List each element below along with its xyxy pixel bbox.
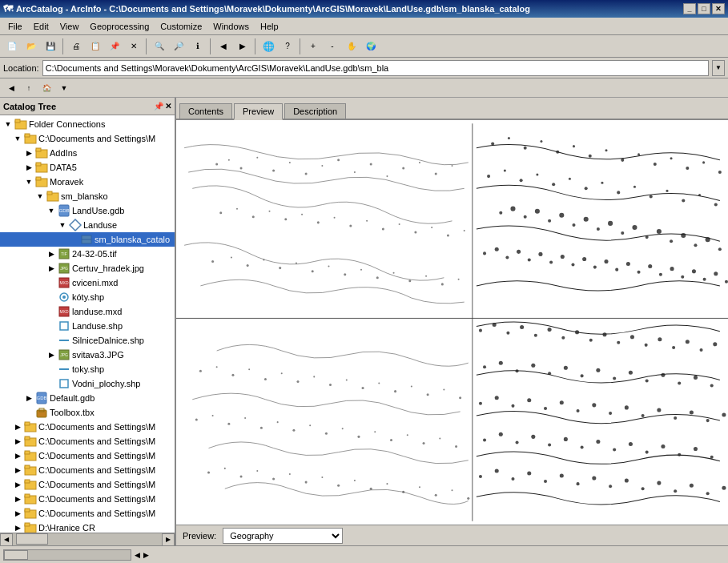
expander-docs2[interactable]: ▶ (13, 422, 22, 432)
expander-addins[interactable]: ▶ (24, 148, 34, 158)
expander-silnice[interactable] (46, 336, 56, 345)
nav-back-small[interactable]: ◀ (3, 81, 19, 95)
tree-item-docs8[interactable]: ▶ C:\Documents and Settings\M (0, 506, 175, 521)
minimize-button[interactable]: _ (683, 3, 696, 14)
tab-preview[interactable]: Preview (234, 103, 283, 120)
expander-toky[interactable] (46, 364, 56, 374)
maximize-button[interactable]: □ (698, 3, 710, 14)
menu-geoprocessing[interactable]: Geoprocessing (85, 20, 154, 33)
menu-file[interactable]: File (3, 20, 27, 33)
expander-cviceni[interactable] (46, 278, 56, 288)
toolbar-help[interactable]: ? (279, 38, 296, 55)
nav-dropdown-small[interactable]: ▼ (56, 81, 72, 95)
menu-help[interactable]: Help (255, 20, 284, 33)
expander-docs3[interactable]: ▶ (13, 436, 22, 446)
tree-item-vodni[interactable]: Vodni_plochy.shp (0, 376, 175, 391)
expander-24-32-05[interactable]: ▶ (46, 249, 56, 259)
toolbar-globe[interactable]: 🌍 (362, 38, 380, 55)
toolbar-new[interactable]: 📄 (3, 38, 21, 55)
expander-folder-connections[interactable]: ▼ (3, 119, 13, 129)
location-input[interactable] (42, 60, 709, 76)
tree-item-toolbox[interactable]: Toolbox.tbx (0, 405, 175, 420)
tree-item-svitava3[interactable]: ▶ JPG svitava3.JPG (0, 348, 175, 362)
expander-vodni[interactable] (46, 379, 56, 388)
expander-sm-blanska-catalog[interactable] (69, 235, 78, 244)
expander-svitava3[interactable]: ▶ (46, 350, 56, 360)
expander-docs1[interactable]: ▼ (13, 134, 22, 143)
close-button[interactable]: ✕ (712, 3, 725, 14)
tree-container[interactable]: ▼ Folder Connections ▼ C:\Documents and … (0, 115, 175, 533)
expander-toolbox[interactable] (24, 408, 34, 417)
toolbar-forward[interactable]: ▶ (234, 38, 251, 55)
pin-icon[interactable]: 📌 (154, 102, 163, 111)
toolbar-print[interactable]: 🖨 (67, 38, 85, 55)
tree-item-moravek[interactable]: ▼ Moravek (0, 175, 175, 189)
expander-landuse-mxd[interactable] (46, 307, 56, 316)
scroll-right-btn[interactable]: ▶ (162, 533, 175, 546)
expander-docs5[interactable]: ▶ (13, 465, 22, 475)
toolbar-search[interactable]: 🔍 (151, 38, 168, 55)
toolbar-save[interactable]: 💾 (42, 38, 59, 55)
tree-item-docs6[interactable]: ▶ C:\Documents and Settings\M (0, 477, 175, 492)
tree-item-cviceni[interactable]: MXD cviceni.mxd (0, 275, 175, 290)
tree-item-default-gdb[interactable]: ▶ GDB Default.gdb (0, 391, 175, 405)
scroll-track[interactable] (13, 533, 162, 545)
tree-item-landuse-mxd[interactable]: MXD landuse.mxd (0, 304, 175, 319)
toolbar-identify[interactable]: ℹ (189, 38, 207, 55)
catalog-horizontal-scrollbar[interactable]: ◀ ▶ (0, 533, 175, 545)
tree-item-landuse-shp[interactable]: Landuse.shp (0, 319, 175, 333)
expander-landuse-gdb[interactable]: ▼ (46, 206, 56, 215)
expander-docs7[interactable]: ▶ (13, 494, 22, 504)
nav-home-small[interactable]: 🏠 (38, 81, 54, 95)
tree-item-docs3[interactable]: ▶ C:\Documents and Settings\M (0, 434, 175, 448)
tree-item-silnice[interactable]: SilniceDalnice.shp (0, 333, 175, 348)
nav-up-small[interactable]: ↑ (21, 81, 37, 95)
scroll-right-arrow[interactable]: ▶ (143, 551, 149, 559)
expander-sm-blansko[interactable]: ▼ (35, 191, 45, 201)
tree-item-24-32-05[interactable]: ▶ TIF 24-32-05.tif (0, 247, 175, 261)
tree-item-folder-connections[interactable]: ▼ Folder Connections (0, 117, 175, 131)
expander-hranice[interactable]: ▶ (13, 523, 22, 533)
tree-item-toky[interactable]: toky.shp (0, 362, 175, 376)
expander-docs6[interactable]: ▶ (13, 480, 22, 489)
menu-windows[interactable]: Windows (208, 20, 254, 33)
expander-default-gdb[interactable]: ▶ (24, 393, 34, 403)
close-catalog-icon[interactable]: ✕ (165, 102, 171, 111)
expander-docs8[interactable]: ▶ (13, 509, 22, 518)
tree-item-certuv[interactable]: ▶ JPG Certuv_hradek.jpg (0, 261, 175, 275)
tree-item-sm-blanska-catalog[interactable]: sm_blanska_catalo (0, 232, 175, 247)
tree-item-data5[interactable]: ▶ DATA5 (0, 160, 175, 175)
expander-data5[interactable]: ▶ (24, 163, 34, 172)
tree-item-sm-blansko[interactable]: ▼ sm_blansko (0, 189, 175, 203)
expander-landuse-fc[interactable]: ▼ (58, 220, 67, 230)
menu-customize[interactable]: Customize (155, 20, 207, 33)
toolbar-copy[interactable]: 📋 (86, 38, 104, 55)
expander-moravek[interactable]: ▼ (24, 177, 34, 187)
toolbar-zoom-out[interactable]: - (324, 38, 341, 55)
toolbar-delete[interactable]: ✕ (125, 38, 143, 55)
expander-landuse-shp[interactable] (46, 321, 56, 331)
tree-item-docs7[interactable]: ▶ C:\Documents and Settings\M (0, 492, 175, 506)
preview-select[interactable]: Geography Table (223, 528, 343, 544)
title-bar-controls[interactable]: _ □ ✕ (683, 3, 725, 14)
expander-docs4[interactable]: ▶ (13, 451, 22, 460)
tree-item-landuse-fc[interactable]: ▼ Landuse (0, 218, 175, 232)
toolbar-open[interactable]: 📂 (22, 38, 40, 55)
toolbar-pan[interactable]: ✋ (343, 38, 360, 55)
toolbar-paste[interactable]: 📌 (106, 38, 123, 55)
expander-koty[interactable] (46, 292, 56, 302)
menu-view[interactable]: View (55, 20, 84, 33)
toolbar-info[interactable]: 🌐 (259, 38, 277, 55)
tab-contents[interactable]: Contents (179, 103, 232, 119)
location-dropdown-arrow[interactable]: ▼ (712, 60, 725, 76)
tree-item-docs2[interactable]: ▶ C:\Documents and Settings\M (0, 420, 175, 434)
toolbar-zoom[interactable]: 🔎 (170, 38, 187, 55)
tree-item-docs5[interactable]: ▶ C:\Documents and Settings\M (0, 463, 175, 477)
scroll-left-btn[interactable]: ◀ (0, 533, 13, 546)
expander-certuv[interactable]: ▶ (46, 263, 56, 273)
tab-description[interactable]: Description (284, 103, 346, 119)
tree-item-koty[interactable]: kóty.shp (0, 290, 175, 304)
tree-item-docs1[interactable]: ▼ C:\Documents and Settings\M (0, 131, 175, 146)
status-scrollbar[interactable] (3, 549, 131, 561)
tree-item-hranice[interactable]: ▶ D:\Hranice CR (0, 521, 175, 533)
